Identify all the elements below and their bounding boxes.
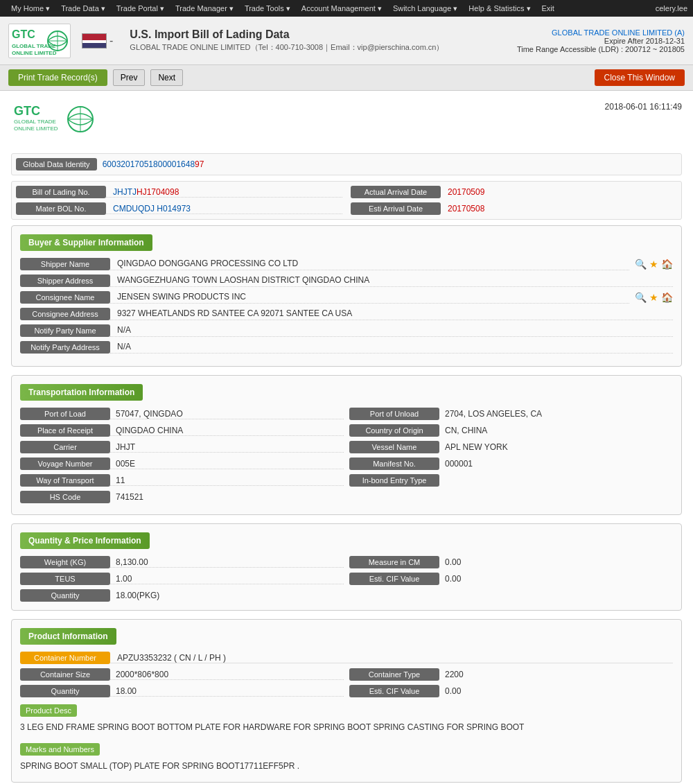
consignee-name-value: JENSEN SWING PRODUCTS INC [110,292,629,304]
consignee-icons: 🔍 ★ 🏠 [635,292,673,303]
hs-code-value: 741521 [110,492,143,502]
container-number-label: Container Number [20,652,110,664]
svg-text:ONLINE LIMITED: ONLINE LIMITED [14,125,58,132]
notify-party-address-label: Notify Party Address [20,341,110,354]
product-section: Product Information Container Number APZ… [11,619,682,783]
consignee-address-label: Consignee Address [20,308,110,320]
buyer-supplier-header: Buyer & Supplier Information [20,234,152,251]
voyage-number-label: Voyage Number [20,458,110,470]
way-transport-label: Way of Transport [20,474,110,487]
marks-value: SPRING BOOT SMALL (TOP) PLATE FOR SPRING… [20,758,673,774]
esti-arrival-value: 20170508 [441,204,677,214]
product-esti-cif-label: Esti. CIF Value [349,685,439,697]
top-toolbar: Print Trade Record(s) Prev Next Close Th… [0,65,693,91]
global-id-value: 6003201705180000164897 [103,159,204,169]
notify-party-row: Notify Party Name N/A [20,324,673,337]
ldr-range: Time Range Accessible (LDR) : 200712 ~ 2… [517,45,685,53]
port-load-label: Port of Load [20,408,110,420]
place-receipt-label: Place of Receipt [20,424,110,437]
quantity-price-header: Quantity & Price Information [20,532,150,549]
container-size-label: Container Size [20,668,110,681]
svg-text:ONLINE LIMITED: ONLINE LIMITED [12,50,57,56]
quantity-value: 18.00(PKG) [110,591,159,600]
shipper-name-label: Shipper Name [20,258,110,270]
main-content: GTC GLOBAL TRADE ONLINE LIMITED 2018-06-… [0,91,693,784]
nav-my-home[interactable]: My Home ▾ [6,0,55,17]
manifest-no-label: Manifest No. [349,458,439,470]
consignee-star-icon[interactable]: ★ [649,292,658,303]
transportation-header: Transportation Information [20,384,143,401]
nav-trade-portal[interactable]: Trade Portal ▾ [111,0,170,17]
product-desc-value: 3 LEG END FRAME SPRING BOOT BOTTOM PLATE… [20,720,673,735]
prev-button-top[interactable]: Prev [113,69,146,86]
nav-help-statistics[interactable]: Help & Statistics ▾ [463,0,536,17]
header-title-area: U.S. Import Bill of Lading Data GLOBAL T… [130,28,517,53]
shipper-star-icon[interactable]: ★ [649,259,658,270]
buyer-supplier-section: Buyer & Supplier Information Shipper Nam… [11,225,682,367]
shipper-home-icon[interactable]: 🏠 [661,259,673,270]
container-type-value: 2200 [439,670,673,679]
consignee-name-row: Consignee Name JENSEN SWING PRODUCTS INC… [20,291,673,304]
product-esti-cif-value: 0.00 [439,686,673,696]
nav-exit[interactable]: Exit [536,0,560,17]
next-button-top[interactable]: Next [150,69,183,86]
user-info: celery.lee [656,4,687,12]
quantity-price-section: Quantity & Price Information Weight (KG)… [11,523,682,611]
shipper-search-icon[interactable]: 🔍 [635,259,647,270]
actual-arrival-value: 20170509 [441,187,677,197]
svg-text:GLOBAL TRADE: GLOBAL TRADE [14,119,56,125]
global-id-label: Global Data Identity [16,158,97,171]
way-transport-value: 11 [110,476,344,486]
inbond-entry-label: In-bond Entry Type [349,474,439,487]
header-area: GTC GLOBAL TRADE ONLINE LIMITED - U.S. I… [0,17,693,65]
hs-code-label: HS Code [20,491,110,503]
manifest-no-value: 000001 [439,459,673,469]
record-header: GTC GLOBAL TRADE ONLINE LIMITED 2018-06-… [11,102,682,142]
product-header: Product Information [20,628,116,645]
company-logo: GTC GLOBAL TRADE ONLINE LIMITED [8,24,71,58]
container-number-value: APZU3353232 ( CN / L / PH ) [110,653,673,663]
top-navigation: My Home ▾ Trade Data ▾ Trade Portal ▾ Tr… [0,0,693,17]
consignee-search-icon[interactable]: 🔍 [635,292,647,303]
nav-account-management[interactable]: Account Management ▾ [296,0,387,17]
expire-date: Expire After 2018-12-31 [517,37,685,45]
carrier-label: Carrier [20,441,110,453]
notify-party-address-row: Notify Party Address N/A [20,341,673,354]
nav-trade-manager[interactable]: Trade Manager ▾ [170,0,239,17]
bol-value: JHJTJHJ1704098 [106,187,342,198]
product-quantity-label: Quantity [20,685,110,697]
container-size-value: 2000*806*800 [110,670,344,680]
product-desc-label: Product Desc [20,704,77,717]
quantity-label: Quantity [20,589,110,602]
product-quantity-value: 18.00 [110,686,344,697]
nav-trade-data[interactable]: Trade Data ▾ [55,0,111,17]
country-origin-value: CN, CHINA [439,426,673,435]
voyage-number-value: 005E [110,459,344,469]
shipper-icons: 🔍 ★ 🏠 [635,259,673,270]
record-timestamp: 2018-06-01 16:11:49 [605,102,682,112]
svg-text:GTC: GTC [12,28,35,40]
consignee-home-icon[interactable]: 🏠 [661,292,673,303]
consignee-name-label: Consignee Name [20,291,110,304]
weight-label: Weight (KG) [20,556,110,568]
nav-switch-language[interactable]: Switch Language ▾ [387,0,463,17]
consignee-address-value: 9327 WHEATLANDS RD SANTEE CA 92071 SANTE… [110,308,673,320]
print-button-top[interactable]: Print Trade Record(s) [8,69,107,86]
port-load-value: 57047, QINGDAO [110,409,344,419]
weight-value: 8,130.00 [110,557,344,568]
actual-arrival-label: Actual Arrival Date [351,186,441,198]
place-receipt-value: QINGDAO CHINA [110,426,344,436]
notify-party-label: Notify Party Name [20,324,110,337]
record-logo: GTC GLOBAL TRADE ONLINE LIMITED [11,102,94,137]
transportation-section: Transportation Information Port of Load … [11,375,682,515]
port-unload-value: 2704, LOS ANGELES, CA [439,409,673,419]
flag-area: - [82,33,121,49]
mater-bol-label: Mater BOL No. [16,202,106,215]
teus-value: 1.00 [110,574,344,584]
bol-label: Bill of Lading No. [16,186,106,198]
nav-trade-tools[interactable]: Trade Tools ▾ [239,0,296,17]
company-name[interactable]: GLOBAL TRADE ONLINE LIMITED (A) [517,28,685,37]
close-button-top[interactable]: Close This Window [595,69,685,86]
shipper-name-row: Shipper Name QINGDAO DONGGANG PROCESSING… [20,258,673,270]
shipper-address-label: Shipper Address [20,275,110,287]
